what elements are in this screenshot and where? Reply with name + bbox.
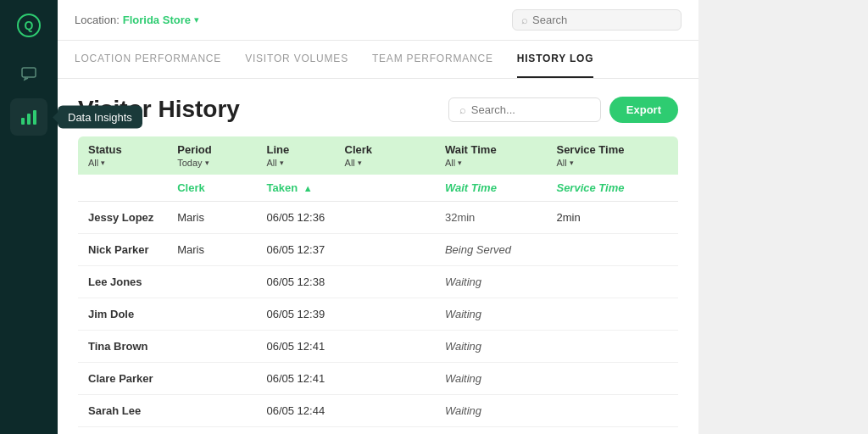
svg-rect-3 (21, 118, 25, 125)
cell-taken: 06/05 12:41 (266, 372, 344, 385)
filter-period-label: Period (177, 143, 266, 156)
table-row[interactable]: Sarah Lee 06/05 12:44 Waiting (78, 395, 678, 427)
search-icon: ⌕ (521, 14, 528, 26)
cell-wait-time: Being Served (445, 243, 557, 256)
filter-wait-label: Wait Time (445, 143, 557, 156)
filter-wait-time[interactable]: Wait Time All▾ (445, 143, 557, 168)
filter-service-label: Service Time (556, 143, 668, 156)
visitor-table: Jessy Lopez Maris 06/05 12:36 32min 2min… (78, 202, 678, 427)
right-panel (698, 0, 868, 434)
col-header-wait-time[interactable]: Wait Time (445, 181, 557, 194)
table-row[interactable]: Jim Dole 06/05 12:39 Waiting (78, 298, 678, 331)
cell-taken: 06/05 12:38 (266, 275, 344, 288)
main-content: Location: Florida Store ▾ ⌕ LOCATION PER… (58, 0, 698, 434)
page-title: Visitor History (78, 96, 240, 123)
visitor-search-box[interactable]: ⌕ (448, 97, 601, 122)
cell-service-time: 2min (556, 211, 668, 224)
col-header-taken[interactable]: Taken ▲ (266, 181, 344, 194)
filter-line-label: Line (266, 143, 344, 156)
page-header: Visitor History ⌕ Export (78, 96, 678, 123)
table-row[interactable]: Tina Brown 06/05 12:41 Waiting (78, 331, 678, 363)
table-row[interactable]: Nick Parker Maris 06/05 12:37 Being Serv… (78, 234, 678, 266)
export-button[interactable]: Export (609, 97, 678, 123)
cell-wait-time: Waiting (445, 372, 557, 385)
filter-period[interactable]: Period Today▾ (177, 143, 266, 168)
cell-wait-time: Waiting (445, 404, 557, 417)
tab-location-performance[interactable]: LOCATION PERFORMANCE (75, 41, 221, 78)
svg-rect-5 (33, 110, 36, 125)
column-headers: Clerk Taken ▲ Wait Time Service Time (78, 175, 678, 202)
col-header-service-time[interactable]: Service Time (556, 181, 668, 194)
cell-name: Lee Jones (88, 275, 177, 288)
filter-period-value: Today▾ (177, 158, 266, 168)
cell-name: Jessy Lopez (88, 211, 177, 224)
svg-text:Q: Q (25, 19, 34, 32)
col-header-clerk[interactable]: Clerk (177, 181, 266, 194)
cell-clerk: Maris (177, 211, 266, 224)
sidebar-item-data-insights[interactable]: Data Insights (10, 98, 47, 136)
table-row[interactable]: Jessy Lopez Maris 06/05 12:36 32min 2min (78, 202, 678, 234)
cell-name: Tina Brown (88, 340, 177, 353)
cell-taken: 06/05 12:37 (266, 243, 344, 256)
tab-visitor-volumes[interactable]: VISITOR VOLUMES (245, 41, 348, 78)
table-row[interactable]: Clare Parker 06/05 12:41 Waiting (78, 363, 678, 395)
location-selector[interactable]: Location: Florida Store ▾ (75, 14, 199, 26)
content-area: Visitor History ⌕ Export Status All▾ Per… (58, 79, 698, 434)
cell-name: Sarah Lee (88, 404, 177, 417)
top-search-input[interactable] (532, 14, 672, 26)
cell-name: Clare Parker (88, 372, 177, 385)
sidebar-logo: Q (14, 10, 44, 41)
sidebar-item-messages[interactable] (10, 54, 47, 92)
location-label: Location: (75, 14, 120, 26)
cell-name: Jim Dole (88, 308, 177, 320)
cell-taken: 06/05 12:39 (266, 308, 344, 320)
cell-name: Nick Parker (88, 243, 177, 256)
cell-clerk: Maris (177, 243, 266, 256)
cell-taken: 06/05 12:36 (266, 211, 344, 224)
table-row[interactable]: Lee Jones 06/05 12:38 Waiting (78, 266, 678, 298)
search-icon: ⌕ (459, 103, 466, 116)
sidebar: Q Data Insights (0, 0, 58, 434)
sort-arrow-icon: ▲ (303, 183, 313, 193)
cell-wait-time: Waiting (445, 275, 557, 288)
filter-clerk[interactable]: Clerk All▾ (345, 143, 445, 168)
cell-taken: 06/05 12:44 (266, 404, 344, 417)
filter-clerk-label: Clerk (345, 143, 445, 156)
filter-line[interactable]: Line All▾ (266, 143, 344, 168)
tab-team-performance[interactable]: TEAM PERFORMANCE (372, 41, 493, 78)
cell-taken: 06/05 12:41 (266, 340, 344, 353)
filter-row: Status All▾ Period Today▾ Line All▾ Cler… (78, 136, 678, 175)
svg-rect-2 (22, 68, 36, 77)
svg-rect-4 (27, 114, 31, 125)
filter-service-time[interactable]: Service Time All▾ (556, 143, 668, 168)
filter-service-value: All▾ (556, 158, 668, 168)
cell-wait-time: Waiting (445, 308, 557, 320)
filter-status[interactable]: Status All▾ (88, 143, 177, 168)
top-search-box[interactable]: ⌕ (512, 9, 682, 31)
filter-status-label: Status (88, 143, 177, 156)
location-name[interactable]: Florida Store (123, 14, 191, 26)
filter-clerk-value: All▾ (345, 158, 445, 168)
location-chevron-icon: ▾ (194, 14, 199, 25)
tab-history-log[interactable]: HISTORY LOG (517, 41, 594, 78)
cell-wait-time: Waiting (445, 340, 557, 353)
visitor-search-input[interactable] (471, 103, 590, 116)
topbar: Location: Florida Store ▾ ⌕ (58, 0, 698, 41)
filter-status-value: All▾ (88, 158, 177, 168)
cell-wait-time: 32min (445, 211, 557, 224)
nav-tabs: LOCATION PERFORMANCE VISITOR VOLUMES TEA… (58, 41, 698, 79)
filter-line-value: All▾ (266, 158, 344, 168)
header-actions: ⌕ Export (448, 97, 678, 123)
filter-wait-value: All▾ (445, 158, 557, 168)
